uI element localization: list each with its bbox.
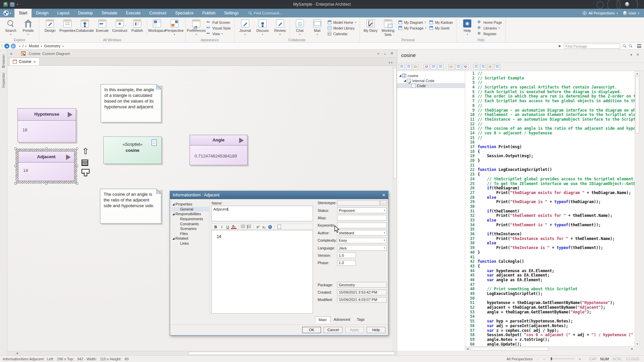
dialog-tab-tags[interactable]: Tags [354,316,368,323]
scroll-left-icon[interactable]: ◀ [465,347,470,351]
ribbon-tab-execute[interactable]: Execute [121,9,145,17]
ribbon-tab-develop[interactable]: Develop [74,9,97,17]
ribbon-button-visual-style[interactable]: Visual Style [206,26,231,30]
code-horizontal-scrollbar[interactable]: ◀ ▶ [465,346,635,351]
element-angle[interactable]: Angle 0.7124746245384189 [190,135,248,165]
close-diagram-icon[interactable]: ✕ [390,51,393,56]
dialog-titlebar[interactable]: InformationItem : Adjacent ✕ [170,191,388,199]
ribbon-button-collaborate[interactable]: Collaborate [76,18,94,33]
ribbon-button-journal[interactable]: Journal▾ [236,18,254,36]
scrollbar-thumb[interactable] [635,76,639,133]
dialog-tree-item-constraints[interactable]: Constraints [171,221,209,226]
tab-scroll-arrows[interactable]: ◂▸ [388,61,397,65]
field-complexity-select[interactable]: Easy▾ [337,238,387,243]
ok-button[interactable]: OK [302,327,321,333]
note-element[interactable]: In this example, the angle of a triangle… [101,84,161,122]
nav-back-button[interactable]: ◀ [4,44,9,49]
dialog-tree-item-scenarios[interactable]: Scenarios [171,226,209,231]
ribbon-button-portals[interactable]: Portals▾ [19,18,37,36]
sync-tree-icon[interactable] [399,64,405,69]
scroll-down-icon[interactable]: ▼ [635,342,640,346]
dialog-tree-item-related[interactable]: ◢Related [171,236,209,241]
user-menu[interactable]: User [629,11,636,15]
ribbon-button-mail[interactable]: Mail▾ [309,18,326,36]
edit-script-icon[interactable] [424,64,429,69]
panel-close-icon[interactable]: ✕ [636,53,639,57]
ribbon-button-libraries[interactable]: Libraries▾ [477,26,502,30]
ribbon-tab-construct[interactable]: Construct [145,9,171,17]
resize-handle[interactable] [76,183,78,185]
ribbon-button-chat[interactable]: Chat▾ [291,18,309,36]
ribbon-button-my-package[interactable]: My Package▾ [398,26,426,30]
ribbon-button-search[interactable]: Search▾ [2,18,19,36]
dialog-tree-item-responsibilities[interactable]: ◢Responsibilities [171,212,209,217]
dialog-tab-main[interactable]: Main [315,316,330,323]
list-view-icon[interactable] [406,64,412,69]
ribbon-button-publish[interactable]: Publish [128,18,146,33]
ribbon-button-my-kanban[interactable]: My Kanban [429,20,453,24]
search-code-icon[interactable] [455,64,461,69]
ribbon-button-model-home[interactable]: Model Home▾ [327,20,356,24]
stereotype-browse-button[interactable]: ... [380,200,387,206]
package-nav-arrow-icon[interactable]: ▶ [559,44,561,48]
element-scriptlet[interactable]: «Scriptlet» cosine [103,136,162,164]
ribbon-tab-design[interactable]: Design [32,9,53,17]
app-menu-button[interactable]: ▾ [0,9,14,17]
collaboration-user-icon[interactable] [3,2,8,7]
note-element[interactable]: The cosine of an angle is the ratio of t… [100,189,161,224]
dialog-tree-item-properties[interactable]: ◢Properties [171,202,209,207]
ribbon-button-properties[interactable]: Properties [59,18,76,33]
scrollbar-thumb[interactable] [471,347,548,351]
field-version-input[interactable]: 1.0 [337,252,356,258]
rtf-bold-button[interactable]: B [213,224,218,229]
open-element-icon[interactable] [413,64,419,69]
resize-handle[interactable] [76,165,78,167]
dialog-tree-item-general[interactable]: General [171,207,209,212]
scrollbar-thumb[interactable] [189,352,395,355]
rtf-hyperlink-button[interactable] [267,224,273,229]
scroll-up-icon[interactable]: ▲ [635,71,640,76]
code-vertical-scrollbar[interactable]: ▲ ▼ [635,71,640,346]
element-adjacent[interactable]: Adjacent 14 [18,151,74,181]
field-author-select[interactable]: shebbard▾ [337,230,387,236]
rtf-numbered-list-button[interactable] [246,224,252,229]
element-hypotenuse[interactable]: Hypotenuse 18 [17,108,76,142]
field-language-select[interactable]: Java▾ [337,245,387,251]
resize-handle[interactable] [76,147,78,149]
goto-line-icon[interactable] [480,64,486,69]
tree-expander-icon[interactable]: ◢ [398,74,402,77]
ribbon-button-discuss[interactable]: Discuss▾ [254,18,271,36]
name-input[interactable]: Adjacent [211,206,313,221]
ribbon-button-workspace[interactable]: Workspace [148,18,166,33]
ribbon-button-preferences[interactable]: Preferences▾ [187,18,205,36]
scroll-left-icon[interactable]: ◀ [15,352,19,355]
script-tree-item-cosine[interactable]: ◢cosine [397,73,465,78]
find-package-input[interactable]: Find Package [564,44,620,49]
scroll-right-icon[interactable]: ▶ [630,347,635,351]
all-perspectives-menu[interactable]: All Perspectives [588,11,614,15]
resize-handle[interactable] [14,183,16,185]
import-code-icon[interactable] [431,64,436,69]
dialog-tree-item-files[interactable]: Files [171,231,209,236]
ribbon-button-full-screen[interactable]: Full Screen [206,20,231,24]
resize-handle[interactable] [14,147,16,149]
inspector-side-tab[interactable]: Inspector [2,72,5,88]
menu-hamburger-icon[interactable] [637,44,641,48]
dialog-close-icon[interactable]: ✕ [382,193,385,197]
ribbon-tab-layout[interactable]: Layout [53,9,74,17]
search-next-icon[interactable] [463,64,468,69]
panel-pin-icon[interactable]: ▾ [630,53,632,57]
ribbon-button-calendar[interactable]: Calendar [327,32,356,36]
rtf-font-color-button[interactable]: A▾ [231,225,236,229]
zoom-slider[interactable] [550,359,574,359]
help-button[interactable]: Help [367,327,385,333]
rtf-italic-button[interactable]: I [219,224,224,229]
field-phase-input[interactable]: 1.0 [337,260,356,266]
rtf-subscript-button[interactable]: x₂ [261,224,267,229]
script-tree-item-code[interactable]: Code [397,83,465,88]
ribbon-button-perspective[interactable]: Perspective▾ [166,18,183,36]
save-code-icon[interactable] [438,64,443,69]
code-editor[interactable]: 1//2// Scriptlet Example3//4// Scriptlet… [465,71,635,346]
quicklink-compartment-icon[interactable] [82,169,88,177]
user-avatar-icon[interactable] [625,2,629,6]
